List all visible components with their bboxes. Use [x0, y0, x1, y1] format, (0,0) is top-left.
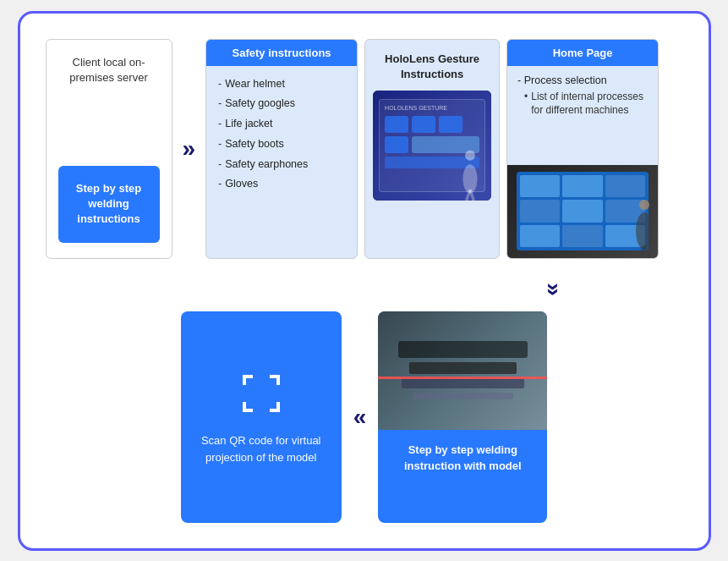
top-row: Client local on- premises server Step by… — [46, 39, 683, 259]
arrow-left: « — [353, 404, 367, 431]
holens-btn-2 — [412, 116, 435, 133]
safety-content: -Wear helmet -Safety googles -Life jacke… — [206, 66, 357, 204]
safety-item-1: -Wear helmet — [218, 74, 345, 95]
safety-box: Safety instructions -Wear helmet -Safety… — [205, 39, 358, 259]
hp-cell-3 — [605, 175, 646, 198]
safety-item-2: -Safety googles — [218, 94, 345, 114]
holens-ui-row-1 — [385, 116, 479, 133]
homepage-header: Home Page — [507, 40, 658, 66]
hp-screen-sim — [517, 172, 649, 251]
qr-code-icon — [236, 368, 287, 419]
model-box: Step by step welding instruction with mo… — [378, 311, 547, 523]
homepage-box: Home Page - Process selection • List of … — [506, 39, 659, 259]
holens-btn-1 — [385, 116, 408, 133]
hp-cell-1 — [520, 175, 561, 198]
holens-btn-3 — [439, 116, 463, 133]
safety-item-5: -Safety earphones — [218, 155, 345, 175]
model-image — [378, 311, 547, 430]
hp-cell-7 — [520, 225, 561, 248]
model-img-inner — [378, 311, 547, 430]
hp-cell-5 — [562, 200, 603, 223]
hp-cell-4 — [520, 200, 561, 223]
main-container: Client local on- premises server Step by… — [18, 11, 711, 551]
homepage-image — [507, 165, 658, 258]
hp-row-2 — [520, 200, 646, 223]
hp-cell-2 — [562, 175, 603, 198]
server-label: Client local on- premises server — [57, 55, 161, 85]
hp-cell-8 — [562, 225, 603, 248]
person-right-icon — [631, 199, 658, 258]
homepage-content: - Process selection • List of internal p… — [507, 66, 658, 165]
holens-btn-4 — [385, 136, 408, 153]
safety-item-4: -Safety boots — [218, 135, 345, 155]
svg-point-4 — [639, 200, 649, 210]
safety-item-6: -Gloves — [218, 174, 345, 195]
safety-item-3: -Life jacket — [218, 114, 345, 135]
server-blue-label: Step by step welding instructions — [76, 182, 141, 225]
hp-row-3 — [520, 225, 646, 248]
down-arrow: » — [540, 283, 567, 296]
holens-label: HoloLens Gesture Instructions — [365, 40, 499, 91]
server-box: Client local on- premises server Step by… — [46, 39, 172, 259]
svg-point-0 — [465, 151, 475, 161]
holens-ui-sim: HOLOLENS GESTURE — [379, 99, 485, 193]
qr-box: Scan QR code for virtual projection of t… — [181, 311, 342, 523]
server-blue-box: Step by step welding instructions — [58, 166, 160, 243]
laser-line — [378, 377, 547, 379]
bottom-row: Scan QR code for virtual projection of t… — [46, 311, 683, 523]
qr-label: Scan QR code for virtual projection of t… — [198, 432, 325, 465]
svg-point-1 — [463, 164, 478, 193]
safety-header: Safety instructions — [206, 40, 357, 66]
down-arrow-container: » — [46, 276, 683, 303]
hp-row-1 — [520, 175, 646, 198]
process-title: - Process selection — [517, 74, 648, 86]
person-silhouette-icon — [457, 150, 483, 201]
holens-img-inner: HOLOLENS GESTURE — [373, 91, 491, 201]
arrow-right-1: » — [183, 135, 196, 162]
homepage-bullet: • List of internal processes for differe… — [524, 90, 648, 118]
holens-image: HOLOLENS GESTURE — [373, 91, 491, 201]
holens-box: HoloLens Gesture Instructions HOLOLENS G… — [364, 39, 500, 259]
model-label: Step by step welding instruction with mo… — [378, 430, 547, 487]
svg-point-5 — [636, 212, 653, 250]
